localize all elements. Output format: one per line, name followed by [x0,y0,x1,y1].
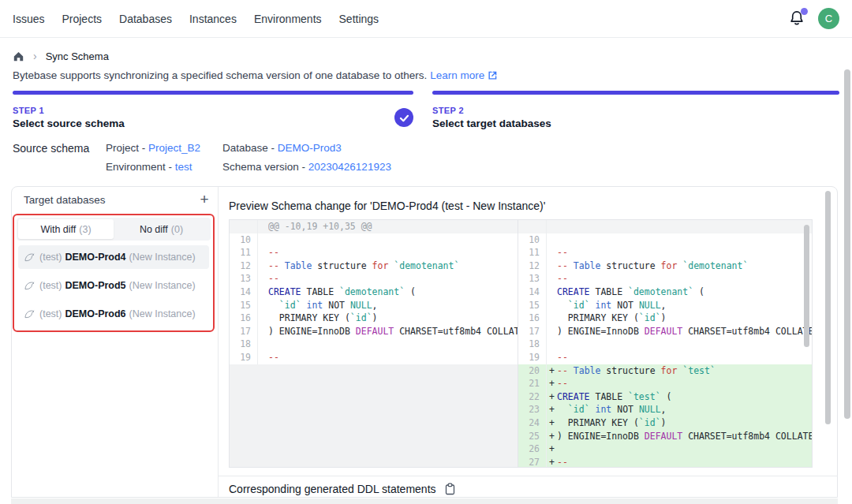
db-suffix: (New Instance) [129,252,196,263]
source-field-label: Schema version - [222,161,308,173]
db-engine-icon [24,252,35,262]
diff-marker [547,246,557,259]
editor-scrollbar[interactable] [804,225,809,347]
external-link-icon[interactable] [488,70,498,80]
code-text: CREATE TABLE `test` ( [557,390,812,404]
diff-line: 11 -- [230,246,518,259]
code-text: PRIMARY KEY (`id`) [557,312,812,325]
diff-marker: + [547,456,557,467]
page-scrollbar[interactable] [844,69,850,419]
target-db-item[interactable]: (test)DEMO-Prod4(New Instance) [18,245,209,269]
top-navigation: IssuesProjectsDatabasesInstancesEnvironm… [0,0,852,38]
source-field: Project - Project_B2 [106,142,222,154]
diff-marker [258,351,268,364]
line-number: 14 [230,286,258,299]
diff-line: 22+CREATE TABLE `test` ( [518,390,812,404]
code-text: CREATE TABLE `demotenant` ( [557,286,812,299]
step1-label: STEP 1 [13,106,44,115]
code-text: -- [268,272,518,286]
source-field: Environment - test [106,161,222,173]
diff-marker: + [547,377,557,390]
line-number: 10 [230,233,258,247]
db-name: DEMO-Prod4 [65,252,125,263]
code-text: -- Table structure for `test` [557,364,812,378]
diff-marker [258,272,268,286]
diff-line: 12 -- Table structure for `demotenant` [230,259,518,273]
diff-marker [547,312,557,325]
line-number: 17 [518,325,547,338]
code-text: `id` int NOT NULL, [557,299,812,312]
line-number: 12 [230,259,258,273]
source-field-value-link[interactable]: test [175,161,192,173]
line-number: 13 [518,272,547,286]
diff-line: 19 -- [230,351,518,364]
nav-item-instances[interactable]: Instances [189,13,237,25]
line-number: 19 [230,351,258,364]
step1-title: Select source schema [13,118,125,129]
notifications-button[interactable] [788,9,807,28]
line-number: 10 [518,233,547,247]
check-icon [397,110,412,125]
tab-with-diff[interactable]: With diff (3) [18,219,114,239]
copy-icon[interactable] [444,483,456,495]
diff-line: 18 [230,338,518,351]
diff-line: 15 `id` int NOT NULL, [518,299,812,312]
target-db-item[interactable]: (test)DEMO-Prod6(New Instance) [18,302,209,326]
add-target-database-button[interactable]: + [196,191,213,208]
diff-marker [547,286,557,299]
source-field-value-link[interactable]: Project_B2 [148,142,200,154]
target-db-list: (test)DEMO-Prod4(New Instance)(test)DEMO… [18,245,209,330]
sync-schema-page: IssuesProjectsDatabasesInstancesEnvironm… [0,0,852,504]
db-name: DEMO-Prod5 [65,280,125,291]
target-database-box: With diff (3) No diff (0) (test)DEMO-Pro… [13,214,215,332]
target-db-item[interactable]: (test)DEMO-Prod5(New Instance) [18,274,209,297]
diff-line: 16 PRIMARY KEY (`id`) [518,312,812,325]
source-field-label: Database - [222,142,278,154]
code-text: -- [557,351,812,364]
source-field-value-link[interactable]: DEMO-Prod3 [278,142,342,154]
code-text [268,233,518,247]
avatar[interactable]: C [818,8,839,29]
code-text: ) ENGINE=InnoDB DEFAULT CHARSET=utf8mb4 … [268,325,518,338]
card-scrollbar[interactable] [825,191,831,424]
nav-item-environments[interactable]: Environments [254,13,322,25]
diff-line: 11 -- [518,246,812,259]
nav-item-projects[interactable]: Projects [62,13,102,25]
step1-done-badge [394,108,413,127]
home-icon[interactable] [13,50,24,62]
db-engine-icon [24,309,35,319]
diff-line: 25+) ENGINE=InnoDB DEFAULT CHARSET=utf8m… [518,430,812,443]
diff-marker: + [547,416,557,430]
source-field: Database - DEMO-Prod3 [222,142,391,154]
line-number: 22 [518,390,547,404]
tab-no-diff[interactable]: No diff (0) [114,219,209,239]
diff-pane-modified: 10 11 --12 -- Table structure for `demot… [518,220,812,467]
notification-dot [801,8,808,15]
nav-item-issues[interactable]: Issues [13,13,44,25]
diff-line: 16 PRIMARY KEY (`id`) [230,312,518,325]
line-number: 14 [518,286,547,299]
nav-item-databases[interactable]: Databases [119,13,172,25]
code-text [268,338,518,351]
learn-more-link[interactable]: Learn more [430,69,484,81]
db-name: DEMO-Prod6 [65,308,125,319]
line-number: 12 [518,259,547,273]
code-text: -- Table structure for `demotenant` [268,259,518,273]
diff-filter-tabs: With diff (3) No diff (0) [17,218,211,241]
schema-diff-editor: @@ -10,19 +10,35 @@10 11 --12 -- Table s… [229,219,813,468]
diff-line: 14 CREATE TABLE `demotenant` ( [230,286,518,299]
db-suffix: (New Instance) [129,308,196,319]
step2-progress-bar [432,91,839,95]
line-number: 26 [518,442,547,456]
diff-line: 12 -- Table structure for `demotenant` [518,259,812,273]
diff-line: 23+ `id` int NOT NULL, [518,403,812,416]
diff-marker [258,246,268,259]
source-field-value-link[interactable]: 20230426121923 [308,161,391,173]
target-panel-title: Target databases [24,194,106,206]
code-text: -- [557,456,812,467]
step1-progress-bar [13,91,413,95]
diff-marker [258,286,268,299]
nav-item-settings[interactable]: Settings [339,13,379,25]
tab-label: No diff [140,224,168,235]
chevron-right-icon: › [33,50,37,62]
